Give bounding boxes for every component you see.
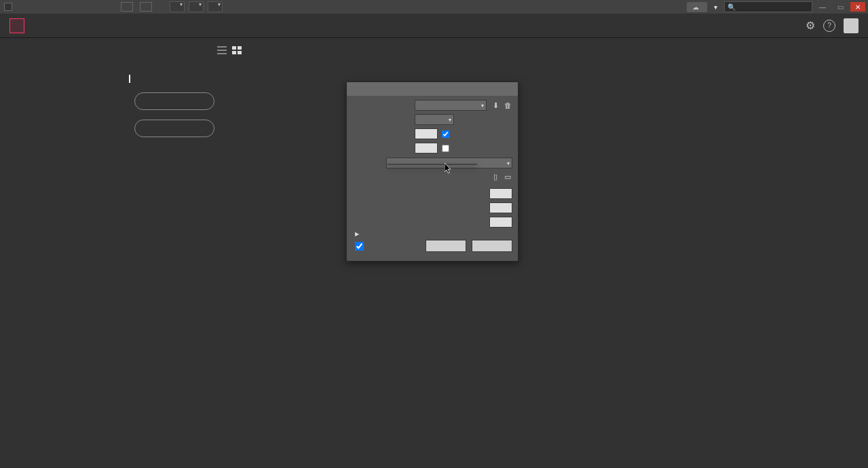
new-document-dialog: ⬇🗑 ▯▭ — [346, 82, 518, 262]
startpage-input[interactable] — [415, 143, 438, 154]
page-size-dropdown — [388, 164, 477, 165]
workspace-switcher[interactable]: ▾ — [710, 2, 721, 12]
close-button[interactable]: ✕ — [850, 2, 865, 12]
stock-search-input[interactable]: 🔍 — [724, 1, 812, 12]
orientation-landscape-icon[interactable]: ▭ — [503, 172, 512, 181]
margin-input[interactable] — [489, 202, 512, 213]
user-avatar[interactable] — [844, 18, 858, 33]
menu-bar: ☁ ▾ 🔍 — ▭ ✕ — [0, 0, 868, 14]
npages-input[interactable] — [415, 128, 438, 139]
indesign-logo-icon — [10, 18, 24, 33]
arrange-dropdown[interactable] — [208, 1, 223, 12]
start-sidebar — [134, 58, 214, 137]
grid-view-icon[interactable] — [232, 46, 242, 54]
dialog-title — [347, 82, 518, 96]
gear-icon[interactable]: ⚙ — [806, 19, 815, 32]
sidebar-tab-ccfiles[interactable] — [134, 67, 214, 75]
bleed-slug-toggle[interactable]: ▶ — [355, 231, 512, 237]
help-icon[interactable]: ? — [823, 20, 835, 32]
facing-pages-checkbox[interactable] — [442, 130, 453, 138]
orientation-portrait-icon[interactable]: ▯ — [491, 172, 500, 181]
bridge-icon[interactable] — [121, 2, 133, 12]
app-header: ⚙ ? — [0, 14, 868, 38]
page-size-select[interactable] — [386, 158, 512, 168]
primary-text-frame-checkbox[interactable] — [442, 145, 453, 152]
maximize-button[interactable]: ▭ — [833, 2, 848, 12]
ok-button[interactable] — [426, 240, 466, 252]
screen-mode-dropdown[interactable] — [189, 1, 204, 12]
open-button[interactable] — [134, 120, 214, 137]
sidebar-tab-recent[interactable] — [134, 58, 214, 67]
document-preset-select[interactable] — [415, 100, 487, 111]
search-icon: 🔍 — [728, 3, 736, 11]
view-options-dropdown[interactable] — [170, 1, 185, 12]
cancel-button[interactable] — [472, 240, 512, 252]
sidebar-tab-presets[interactable] — [129, 75, 214, 83]
cloud-icon: ☁ — [692, 3, 699, 11]
tutorials-row — [134, 312, 739, 375]
list-view-icon[interactable] — [217, 46, 227, 54]
stock-icon[interactable] — [140, 2, 152, 12]
app-icon — [4, 3, 12, 11]
delete-preset-icon[interactable]: 🗑 — [503, 101, 512, 110]
view-toggle — [217, 46, 242, 54]
intent-select[interactable] — [415, 114, 454, 125]
preview-checkbox[interactable] — [352, 242, 367, 251]
gutter-input[interactable] — [489, 188, 512, 199]
save-preset-icon[interactable]: ⬇ — [491, 101, 500, 110]
publish-online-button[interactable]: ☁ — [687, 2, 707, 12]
new-button[interactable] — [134, 92, 214, 110]
margin-input[interactable] — [489, 217, 512, 228]
minimize-button[interactable]: — — [815, 2, 830, 12]
